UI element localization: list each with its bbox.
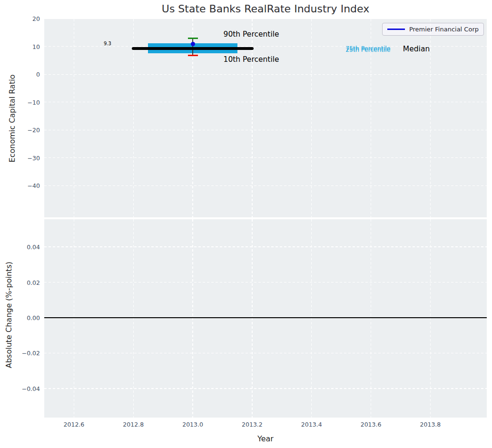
gridline-vertical (74, 19, 74, 217)
gridline-horizontal (44, 282, 487, 282)
y-tick-label: −20 (0, 127, 40, 134)
y-tick-label: 0.04 (0, 243, 40, 251)
y-tick-label: −0.04 (0, 385, 40, 392)
x-tick-label: 2013.0 (182, 421, 203, 428)
zero-line (44, 317, 487, 318)
y-tick-label: 10 (0, 43, 40, 50)
y-axis-label-top: Economic Capital Ratio (8, 75, 17, 163)
y-tick-label: −10 (0, 98, 40, 106)
bottom-plot-panel (44, 219, 487, 418)
chart-figure: Us State Banks RealRate Industry Index P… (0, 0, 492, 448)
gridline-horizontal (44, 185, 487, 186)
legend-line-icon (387, 29, 405, 30)
x-tick-label: 2012.6 (64, 421, 85, 428)
legend: Premier Financial Corp (382, 23, 484, 36)
x-tick-label: 2013.4 (301, 421, 322, 428)
x-axis-label: Year (257, 434, 274, 443)
x-tick-label: 2013.8 (420, 421, 441, 428)
legend-label: Premier Financial Corp (409, 26, 479, 33)
annotation-p90-label: 90th Percentile (224, 30, 279, 39)
gridline-vertical (430, 19, 431, 217)
x-tick-label: 2013.2 (242, 421, 263, 428)
gridline-horizontal (44, 74, 487, 75)
gridline-vertical (311, 19, 312, 217)
gridline-horizontal (44, 388, 487, 389)
y-tick-label: 20 (0, 15, 40, 22)
median-line (132, 47, 254, 50)
y-tick-label: −30 (0, 154, 40, 161)
gridline-horizontal (44, 130, 487, 130)
annotation-p10-label: 10th Percentile (224, 55, 279, 64)
annotation-median-label: Median (403, 45, 430, 53)
gridline-horizontal (44, 353, 487, 353)
y-tick-label: 0 (0, 71, 40, 78)
gridline-horizontal (44, 157, 487, 158)
chart-title: Us State Banks RealRate Industry Index (162, 3, 369, 15)
gridline-horizontal (44, 246, 487, 247)
company-data-point (191, 42, 195, 46)
annotation-median-value: 9.3 (104, 41, 111, 46)
y-tick-label: −40 (0, 182, 40, 189)
annotation-p25-label: 25th Percentile (345, 46, 390, 53)
y-axis-label-bottom: Absolute Change (%-points) (4, 262, 13, 368)
p10-whisker-cap (188, 55, 198, 56)
x-tick-label: 2012.8 (123, 421, 144, 428)
x-tick-label: 2013.6 (361, 421, 382, 428)
gridline-horizontal (44, 102, 487, 102)
top-plot-panel: Premier Financial Corp 9.390th Percentil… (44, 19, 487, 217)
p90-whisker-cap (188, 38, 198, 39)
